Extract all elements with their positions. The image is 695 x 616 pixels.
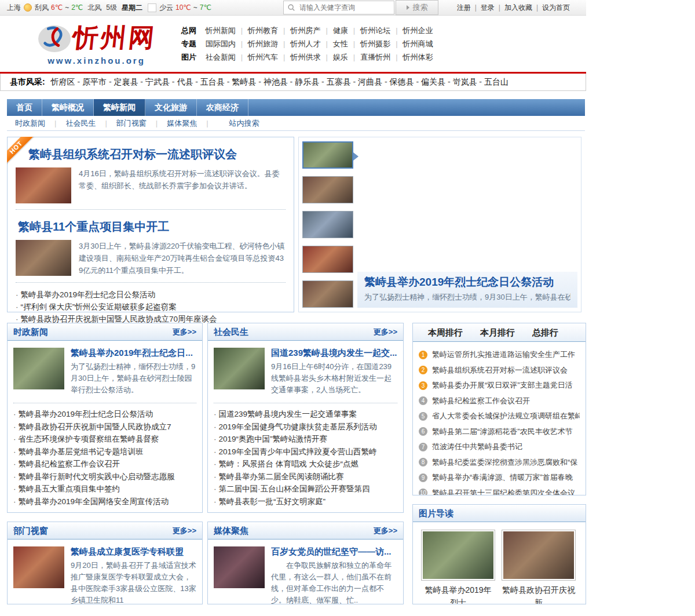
county-link[interactable]: 忻府区	[51, 77, 75, 86]
nav-link[interactable]: 忻州论坛	[348, 26, 390, 35]
news-link[interactable]: 繁峙县举办2019年烈士纪念日公祭活动	[16, 289, 286, 301]
more-link[interactable]: 更多>>	[173, 323, 196, 340]
nav-link[interactable]: 社会新闻	[206, 53, 236, 61]
news-link[interactable]: “挥利剑 保大庆”忻州公安近期破获多起盗窃案	[16, 301, 286, 313]
nav-group-label[interactable]: 专题	[181, 39, 196, 48]
county-link[interactable]: 河曲县	[351, 77, 382, 86]
tab-week-rank[interactable]: 本周排行	[428, 323, 463, 341]
nav-group-label[interactable]: 图片	[181, 53, 196, 61]
subnav-politics[interactable]: 时政新闻	[15, 116, 65, 130]
rank-item[interactable]: 3繁峙县委办开展“双日双评”支部主题党日活	[419, 378, 580, 393]
nav-link[interactable]: 忻州摄影	[348, 39, 390, 48]
featured-thumbnail[interactable]	[13, 546, 64, 588]
subnav-site-search[interactable]: 站内搜索	[229, 116, 259, 130]
news-link[interactable]: 繁峙县五大重点项目集中签约	[13, 483, 196, 495]
news-link[interactable]: 繁峙县政协召开庆祝新中国暨人民政协成立70周年座谈会	[16, 313, 286, 325]
slide-title[interactable]: 繁峙县举办2019年烈士纪念日公祭活动	[364, 275, 570, 290]
nav-link[interactable]: 忻州商城	[390, 39, 433, 48]
rank-item[interactable]: 4繁峙县纪检监察工作会议召开	[419, 393, 580, 409]
nav-group-label[interactable]: 总网	[181, 26, 196, 35]
news-link[interactable]: 繁峙县纪检监察工作会议召开	[13, 458, 196, 471]
nav-link[interactable]: 忻州人才	[278, 39, 320, 48]
featured-title[interactable]: 繁峙县举办2019年烈士纪念日...	[71, 348, 196, 359]
tab-total-rank[interactable]: 总排行	[532, 323, 558, 341]
county-link[interactable]: 神池县	[256, 77, 287, 86]
rank-item[interactable]: 9繁峙县举办“春满滹源、情暖万家”首届春晚	[419, 470, 580, 486]
tab-home[interactable]: 首页	[7, 99, 42, 116]
county-link[interactable]: 保德县	[382, 77, 414, 86]
nav-link[interactable]: 忻州房产	[278, 26, 320, 35]
featured-thumbnail[interactable]	[214, 546, 265, 588]
rank-item[interactable]: 5省人大常委会长城保护法规立项调研组在繁峙	[419, 409, 580, 424]
register-link[interactable]: 注册	[457, 3, 471, 13]
tab-fanshi-overview[interactable]: 繁峙概况	[42, 99, 94, 116]
featured-title[interactable]: 繁峙县成立康复医学专科联盟	[71, 546, 196, 557]
subnav-departments[interactable]: 部门视窗	[116, 116, 167, 130]
county-link[interactable]: 五寨县	[319, 77, 350, 86]
subnav-media[interactable]: 媒体聚焦	[167, 116, 217, 130]
nav-link[interactable]: 健康	[320, 26, 348, 35]
more-link[interactable]: 更多>>	[374, 323, 397, 340]
rank-item[interactable]: 1繁峙运管所扎实推进道路运输安全生产工作	[419, 347, 580, 363]
tab-agri-economy[interactable]: 农商经济	[197, 99, 248, 116]
search-button[interactable]: 搜索	[396, 0, 438, 15]
nav-link[interactable]: 女性	[320, 39, 348, 48]
county-link[interactable]: 代县	[170, 77, 193, 86]
county-link[interactable]: 定襄县	[107, 77, 138, 86]
tab-month-rank[interactable]: 本月排行	[480, 323, 515, 341]
news-link[interactable]: 2019年全国青少年中国式摔跤夏令营山西繁峙	[214, 446, 397, 458]
news-link[interactable]: 繁峙县举办第二届全民阅读朗诵比赛	[214, 471, 397, 483]
news-link[interactable]: 繁峙县举办2019年烈士纪念日公祭活动	[13, 408, 196, 421]
news-link[interactable]: 繁峙县政协召开庆祝新中国暨人民政协成立7	[13, 421, 196, 433]
site-logo[interactable]: 忻州网 www.xinzhou.org	[20, 22, 173, 65]
news-link[interactable]: 2019“奥跑中国”繁峙站激情开赛	[214, 433, 397, 446]
news-link[interactable]: 第二届中国·五台山杯全国舞蹈公开赛暨第四	[214, 483, 397, 495]
news-link[interactable]: 繁峙：风景搭台 体育唱戏 大众徒步“点燃	[214, 458, 397, 471]
search-input[interactable]	[298, 3, 390, 12]
headline-2-title[interactable]: 繁峙县11个重点项目集中开工	[18, 219, 286, 235]
featured-thumbnail[interactable]	[13, 348, 64, 389]
tab-fanshi-news[interactable]: 繁峙新闻	[94, 99, 145, 116]
county-link[interactable]: 宁武县	[138, 77, 169, 86]
nav-link[interactable]: 忻州体彩	[390, 53, 433, 61]
rank-item[interactable]: 7范波涛任中共繁峙县委书记	[419, 439, 580, 455]
rank-item[interactable]: 8繁峙县纪委监委深挖彻查涉黑涉恶腐败和“保	[419, 455, 580, 471]
featured-title[interactable]: 国道239繁峙县境内发生一起交...	[271, 348, 397, 359]
headline-1-title[interactable]: 繁峙县组织系统召开对标一流述职评议会	[28, 147, 286, 162]
nav-link[interactable]: 直播忻州	[348, 53, 390, 61]
county-link[interactable]: 繁峙县	[225, 77, 256, 86]
county-link[interactable]: 静乐县	[288, 77, 319, 86]
nav-link[interactable]: 娱乐	[320, 53, 348, 61]
featured-thumbnail[interactable]	[214, 348, 265, 389]
nav-link[interactable]: 忻州教育	[236, 26, 278, 35]
rank-item[interactable]: 2繁峙县组织系统召开对标一流述职评议会	[419, 363, 580, 378]
slideshow-thumb-1[interactable]	[302, 141, 353, 169]
nav-link[interactable]: 忻州汽车	[236, 53, 278, 61]
nav-link[interactable]: 忻州旅游	[236, 39, 278, 48]
slideshow-thumb-3[interactable]	[302, 211, 353, 238]
news-link[interactable]: 繁峙县举办基层党组书记专题培训班	[13, 446, 196, 458]
photo-item[interactable]: 繁峙县举办2019年烈士	[421, 530, 495, 604]
county-link[interactable]: 岢岚县	[445, 77, 477, 86]
favorite-link[interactable]: 加入收藏	[495, 3, 532, 13]
set-homepage-link[interactable]: 设为首页	[532, 3, 570, 13]
nav-link[interactable]: 忻州新闻	[206, 26, 236, 35]
featured-title[interactable]: 百岁女党员的世纪坚守——访...	[271, 546, 397, 557]
news-link[interactable]: 繁峙县举行新时代文明实践中心启动暨志愿服	[13, 471, 196, 483]
county-link[interactable]: 五台山	[477, 77, 508, 86]
news-link[interactable]: 繁峙县表彰一批“五好文明家庭”	[214, 495, 397, 508]
nav-link[interactable]: 国际国内	[206, 39, 236, 48]
slideshow-thumb-2[interactable]	[302, 176, 353, 203]
news-link[interactable]: 2019年全国健身气功健康扶贫走基层系列活动	[214, 421, 397, 433]
headline-1-thumbnail[interactable]	[16, 167, 71, 203]
weather-city[interactable]: 上海	[7, 3, 21, 13]
more-link[interactable]: 更多>>	[173, 522, 196, 539]
rank-item[interactable]: 10繁峙县召开第十三届纪检委第四次全体会议	[419, 486, 580, 496]
news-link[interactable]: 省生态环境保护专项督察组在繁峙县督察	[13, 433, 196, 446]
rank-item[interactable]: 6繁峙县第二届“滹源稻花香”农民丰收艺术节	[419, 424, 580, 440]
subnav-society[interactable]: 社会民生	[65, 116, 116, 130]
news-link[interactable]: 国道239繁峙县境内发生一起交通肇事案	[214, 408, 397, 421]
headline-2-thumbnail[interactable]	[16, 240, 71, 276]
tab-culture-travel[interactable]: 文化旅游	[145, 99, 197, 116]
county-link[interactable]: 偏关县	[414, 77, 445, 86]
